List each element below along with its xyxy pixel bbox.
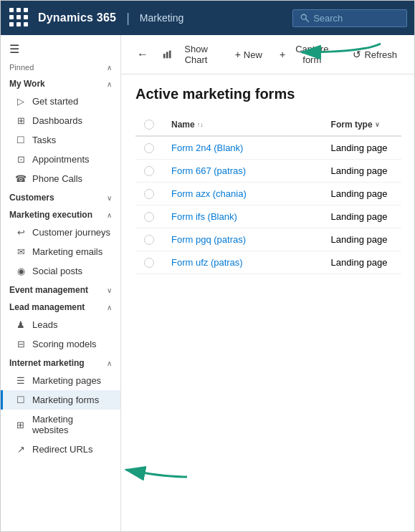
name-header-label: Name: [171, 120, 195, 130]
sidebar-item-label: Customer journeys: [32, 227, 110, 238]
refresh-button[interactable]: ↺ Refresh: [345, 46, 404, 63]
app-title: Dynamics 365: [38, 11, 116, 24]
capture-form-button[interactable]: + Capture form: [272, 41, 343, 68]
show-chart-button[interactable]: Show Chart: [156, 41, 225, 68]
section-chevron-my-work: ∧: [107, 80, 112, 88]
form-type-sort-icon: ∨: [375, 121, 380, 128]
form-name-link-4[interactable]: Form pgq (patras): [171, 234, 246, 245]
section-header-marketing-execution[interactable]: Marketing execution ∧: [1, 205, 120, 223]
sidebar-item-scoring-models[interactable]: ⊟ Scoring models: [1, 334, 120, 354]
sidebar-item-label: Phone Calls: [32, 173, 82, 184]
get-started-icon: ▷: [15, 96, 27, 107]
sidebar-item-label: Get started: [32, 96, 78, 107]
name-column-header[interactable]: Name ↑↓: [171, 120, 204, 130]
row-checkbox-1[interactable]: [144, 166, 154, 176]
form-type-header-label: Form type: [331, 120, 373, 130]
redirect-urls-icon: ↗: [15, 444, 27, 455]
sidebar-item-customer-journeys[interactable]: ↩ Customer journeys: [1, 223, 120, 242]
section-title-event-management: Event management: [9, 285, 88, 295]
section-title-marketing-execution: Marketing execution: [9, 210, 92, 220]
sidebar-item-label: Marketing websites: [32, 414, 112, 435]
app-subtitle: Marketing: [140, 12, 183, 24]
section-header-my-work[interactable]: My Work ∧: [1, 74, 120, 92]
form-name-link-5[interactable]: Form ufz (patras): [171, 257, 243, 268]
form-type-cell-2: Landing page: [323, 183, 401, 205]
table-row: Form 667 (patras) Landing page: [135, 160, 401, 183]
sidebar-item-leads[interactable]: ♟ Leads: [1, 315, 120, 334]
sidebar-item-label: Appointments: [32, 154, 90, 165]
svg-rect-4: [169, 51, 171, 59]
section-title-internet-marketing: Internet marketing: [9, 358, 85, 368]
top-bar: Dynamics 365 | Marketing: [1, 1, 415, 35]
pinned-chevron-icon: ∧: [107, 64, 112, 72]
marketing-emails-icon: ✉: [15, 246, 27, 257]
phone-calls-icon: ☎: [15, 173, 27, 184]
search-input[interactable]: [313, 13, 399, 24]
section-header-internet-marketing[interactable]: Internet marketing ∧: [1, 354, 120, 371]
capture-form-plus-icon: +: [280, 49, 285, 60]
section-title-customers: Customers: [9, 193, 54, 203]
form-name-link-3[interactable]: Form ifs (Blank): [171, 211, 237, 222]
svg-line-1: [305, 19, 308, 21]
sidebar-item-dashboards[interactable]: ⊞ Dashboards: [1, 111, 120, 130]
chart-icon: [163, 49, 171, 59]
row-checkbox-2[interactable]: [144, 189, 154, 199]
sidebar-item-tasks[interactable]: ☐ Tasks: [1, 130, 120, 150]
select-all-checkbox[interactable]: [144, 120, 154, 130]
row-checkbox-4[interactable]: [144, 235, 154, 245]
section-header-lead-management[interactable]: Lead management ∧: [1, 298, 120, 315]
social-posts-icon: ◉: [15, 266, 27, 276]
form-name-link-1[interactable]: Form 667 (patras): [171, 165, 246, 176]
form-name-link-2[interactable]: Form azx (chania): [171, 188, 247, 199]
row-checkbox-0[interactable]: [144, 143, 154, 153]
refresh-icon: ↺: [353, 49, 361, 60]
hamburger-button[interactable]: ☰: [1, 35, 120, 60]
plus-icon: +: [235, 49, 241, 60]
form-type-column-header[interactable]: Form type ∨: [331, 120, 380, 130]
svg-rect-3: [166, 52, 168, 58]
sidebar-item-get-started[interactable]: ▷ Get started: [1, 92, 120, 111]
sidebar-item-marketing-forms[interactable]: ☐ Marketing forms: [1, 390, 120, 410]
search-icon: [300, 13, 309, 23]
pinned-label: Pinned: [9, 63, 34, 72]
sidebar-item-marketing-websites[interactable]: ⊞ Marketing websites: [1, 410, 120, 440]
section-header-customers[interactable]: Customers ∨: [1, 188, 120, 205]
new-button[interactable]: + New: [228, 46, 269, 63]
form-type-cell-5: Landing page: [323, 251, 401, 274]
forms-table: Name ↑↓ Form type ∨: [135, 114, 401, 274]
page-content: Active marketing forms Name ↑↓: [121, 74, 415, 532]
form-type-cell-3: Landing page: [323, 205, 401, 228]
section-chevron-customers: ∨: [107, 194, 112, 202]
sidebar-item-appointments[interactable]: ⊡ Appointments: [1, 150, 120, 169]
section-chevron-internet-marketing: ∧: [107, 359, 112, 367]
section-header-event-management[interactable]: Event management ∨: [1, 281, 120, 298]
sidebar-item-social-posts[interactable]: ◉ Social posts: [1, 261, 120, 281]
sidebar-item-marketing-emails[interactable]: ✉ Marketing emails: [1, 242, 120, 261]
row-checkbox-3[interactable]: [144, 212, 154, 222]
pinned-section[interactable]: Pinned ∧: [1, 60, 120, 74]
sidebar-item-label: Tasks: [32, 135, 56, 145]
sidebar-item-marketing-pages[interactable]: ☰ Marketing pages: [1, 371, 120, 390]
content-area: ← Show Chart + New + Capture form: [121, 35, 415, 532]
form-name-link-0[interactable]: Form 2n4 (Blank): [171, 142, 243, 153]
sidebar-item-label: Leads: [32, 319, 57, 330]
sidebar-item-label: Dashboards: [32, 115, 82, 126]
sidebar-item-phone-calls[interactable]: ☎ Phone Calls: [1, 169, 120, 188]
table-row: Form ifs (Blank) Landing page: [135, 205, 401, 228]
section-title-my-work: My Work: [9, 79, 45, 89]
leads-icon: ♟: [15, 319, 27, 330]
table-row: Form azx (chania) Landing page: [135, 183, 401, 205]
search-bar[interactable]: [292, 9, 407, 27]
section-title-lead-management: Lead management: [9, 302, 85, 312]
capture-form-label: Capture form: [288, 44, 335, 65]
back-button[interactable]: ←: [133, 47, 153, 62]
row-checkbox-5[interactable]: [144, 258, 154, 268]
app-grid-button[interactable]: [9, 8, 29, 28]
toolbar: ← Show Chart + New + Capture form: [121, 35, 415, 74]
form-type-cell-1: Landing page: [323, 160, 401, 183]
section-chevron-event-management: ∨: [107, 286, 112, 294]
sidebar-item-redirect-urls[interactable]: ↗ Redirect URLs: [1, 440, 120, 459]
tasks-icon: ☐: [15, 135, 27, 145]
appointments-icon: ⊡: [15, 154, 27, 165]
svg-rect-2: [163, 54, 166, 58]
